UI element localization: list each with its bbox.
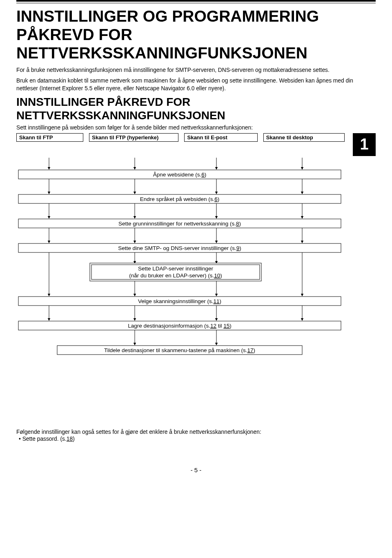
top-rule [16,0,376,3]
column-headers-row: Skann til FTP Skann til FTP (hyperlenke)… [16,133,376,156]
section-intro: Sett innstillingene på websiden som følg… [16,125,376,131]
header-col-1: Skann til FTP [16,133,83,142]
step-3-text: Sette grunninnstillinger for nettverkssk… [118,221,241,227]
step-5-line1: Sette LDAP-server innstillinger [138,266,213,272]
intro-paragraph-1: For å bruke nettverksskanningsfunksjonen… [16,67,376,74]
step-8-text: Tildele destinasjoner til skanmenu-taste… [104,347,255,353]
step-5-line2: (når du bruker en LDAP-server) (s.10) [129,272,222,279]
flow-svg: Åpne websidene (s.6) Endre språket på we… [16,158,376,427]
intro-paragraph-2: Bruk en datamaskin koblet til samme nett… [16,77,376,92]
step-2-text: Endre språket på websiden (s.6) [140,196,219,202]
header-col-2: Skann til FTP (hyperlenke) [89,133,178,142]
section-title: INNSTILLINGER PÅKREVD FOR NETTVERKSSKANN… [16,96,376,122]
page-number: - 5 - [16,466,376,473]
chapter-badge: 1 [353,133,376,156]
step-4-text: Sette dine SMTP- og DNS-server innstilli… [118,245,241,251]
step-7-text: Lagre destinasjonsinformasjon (s.12 til … [128,323,232,329]
page-title: INNSTILLINGER OG PROGRAMMERING PÅKREVD F… [16,7,376,62]
header-col-3: Skann til E-post [184,133,257,142]
footer-paragraph: Følgende innstillinger kan også settes f… [16,429,376,435]
flow-diagram: Åpne websidene (s.6) Endre språket på we… [16,158,376,427]
header-col-4: Skanne til desktop [263,133,345,142]
bullet-item: • Sette passord. (s.18) [19,436,376,442]
step-6-text: Velge skanningsinnstillinger (s.11) [138,298,221,304]
step-1-text: Åpne websidene (s.6) [153,172,207,178]
